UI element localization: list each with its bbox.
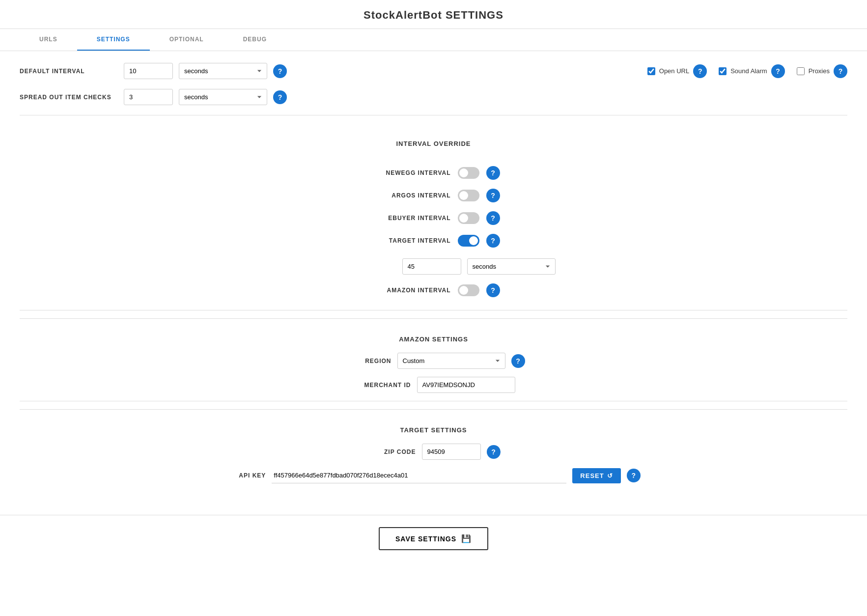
amazon-interval-help-btn[interactable]: ? xyxy=(486,283,500,297)
target-interval-label: TARGET INTERVAL xyxy=(367,237,451,244)
target-interval-help-btn[interactable]: ? xyxy=(486,234,500,248)
reset-icon: ↺ xyxy=(607,472,613,479)
spread-out-unit-select[interactable]: seconds minutes hours xyxy=(179,89,267,105)
sound-alarm-checkbox[interactable] xyxy=(719,67,727,75)
tab-optional[interactable]: OPTIONAL xyxy=(150,29,224,51)
argos-interval-label: ARGOS INTERVAL xyxy=(367,192,451,199)
interval-override-title: INTERVAL OVERRIDE xyxy=(396,140,471,147)
region-select[interactable]: Custom US UK CA DE FR ES IT JP xyxy=(397,353,505,369)
newegg-interval-toggle[interactable] xyxy=(458,167,479,179)
api-key-label: API KEY xyxy=(226,472,266,479)
argos-interval-toggle[interactable] xyxy=(458,190,479,201)
open-url-label: Open URL xyxy=(659,67,689,75)
api-key-help-btn[interactable]: ? xyxy=(627,469,641,482)
open-url-help-btn[interactable]: ? xyxy=(693,64,707,78)
ebuyer-interval-toggle[interactable] xyxy=(458,212,479,224)
sound-alarm-help-btn[interactable]: ? xyxy=(771,64,785,78)
argos-interval-help-btn[interactable]: ? xyxy=(486,189,500,202)
amazon-settings-title: AMAZON SETTINGS xyxy=(20,336,847,343)
merchant-id-label: MERCHANT ID xyxy=(352,382,411,389)
spread-out-label: SPREAD OUT ITEM CHECKS xyxy=(20,94,118,101)
tabs-bar: URLS SETTINGS OPTIONAL DEBUG xyxy=(0,29,867,51)
sound-alarm-label: Sound Alarm xyxy=(730,67,767,75)
reset-label: RESET xyxy=(580,472,604,479)
region-label: REGION xyxy=(342,358,392,364)
api-key-input[interactable] xyxy=(272,468,566,483)
default-interval-input[interactable] xyxy=(124,63,173,79)
zip-code-help-btn[interactable]: ? xyxy=(487,445,501,459)
target-interval-unit-select[interactable]: seconds minutes hours xyxy=(467,258,556,275)
sound-alarm-checkbox-container[interactable]: Sound Alarm ? xyxy=(719,64,784,78)
spread-out-help-btn[interactable]: ? xyxy=(273,90,287,104)
ebuyer-interval-help-btn[interactable]: ? xyxy=(486,211,500,225)
reset-button[interactable]: RESET ↺ xyxy=(572,468,620,483)
tab-debug[interactable]: DEBUG xyxy=(224,29,286,51)
save-settings-button[interactable]: SAVE SETTINGS 💾 xyxy=(379,527,488,550)
zip-code-label: ZIP CODE xyxy=(367,448,416,455)
page-title: StockAlertBot SETTINGS xyxy=(0,0,867,29)
zip-code-input[interactable] xyxy=(422,444,481,460)
default-interval-unit-select[interactable]: seconds minutes hours xyxy=(179,63,267,79)
target-settings-title: TARGET SETTINGS xyxy=(20,426,847,434)
proxies-label: Proxies xyxy=(809,67,830,75)
ebuyer-interval-label: EBUYER INTERVAL xyxy=(367,215,451,222)
amazon-interval-toggle[interactable] xyxy=(458,284,479,296)
amazon-interval-label: AMAZON INTERVAL xyxy=(367,287,451,294)
tab-settings[interactable]: SETTINGS xyxy=(77,29,150,51)
spread-out-input[interactable] xyxy=(124,89,173,105)
default-interval-label: DEFAULT INTERVAL xyxy=(20,68,118,75)
save-settings-label: SAVE SETTINGS xyxy=(395,535,456,543)
newegg-interval-label: NEWEGG INTERVAL xyxy=(367,169,451,176)
proxies-checkbox[interactable] xyxy=(797,67,805,75)
default-interval-help-btn[interactable]: ? xyxy=(273,64,287,78)
save-icon: 💾 xyxy=(461,534,472,543)
target-interval-value-input[interactable] xyxy=(402,258,461,275)
open-url-checkbox-container[interactable]: Open URL ? xyxy=(647,64,707,78)
region-help-btn[interactable]: ? xyxy=(511,354,525,368)
proxies-checkbox-container[interactable]: Proxies ? xyxy=(797,64,847,78)
target-interval-toggle[interactable] xyxy=(458,235,479,247)
merchant-id-input[interactable] xyxy=(417,377,515,393)
proxies-help-btn[interactable]: ? xyxy=(834,64,847,78)
tab-urls[interactable]: URLS xyxy=(20,29,77,51)
newegg-interval-help-btn[interactable]: ? xyxy=(486,166,500,180)
open-url-checkbox[interactable] xyxy=(647,67,655,75)
